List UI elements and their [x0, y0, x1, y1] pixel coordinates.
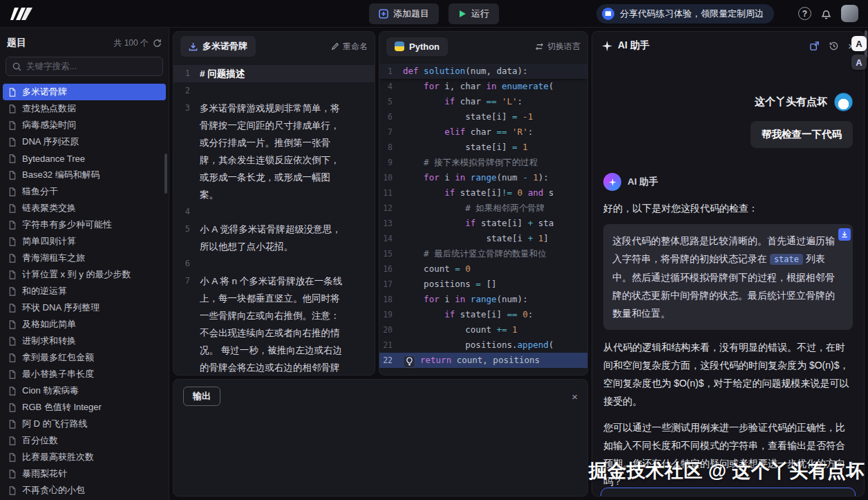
insert-code-icon[interactable] — [838, 228, 851, 241]
doc-line: 6 — [173, 255, 375, 272]
search-input[interactable] — [26, 62, 156, 71]
document-icon — [8, 270, 17, 279]
sidebar-item[interactable]: 计算位置 x 到 y 的最少步数 — [3, 266, 166, 283]
main-area: 题目 共 100 个 多米诺骨牌查找热点数据病毒感染时间DNA 序列还原Byte… — [0, 28, 868, 500]
sidebar-item[interactable]: DNA 序列还原 — [3, 133, 166, 150]
sidebar-item[interactable]: 拿到最多红包金额 — [3, 349, 166, 366]
code-line: 18 for i in range(num): — [379, 292, 587, 307]
code-line: 19 if state[i] == 0: — [379, 307, 587, 322]
user-avatar[interactable] — [841, 5, 858, 22]
sidebar-item[interactable]: Bytedance Tree — [3, 150, 166, 167]
doc-text — [200, 82, 375, 100]
output-panel: 输出 × — [173, 379, 588, 497]
translate-alt-button[interactable]: A — [851, 55, 867, 70]
code-text: if state[i] + sta — [403, 216, 587, 231]
document-icon — [8, 187, 17, 196]
sidebar-item[interactable]: 青海湖租车之旅 — [3, 250, 166, 266]
problem-description[interactable]: 1# 问题描述2 3多米诺骨牌游戏规则非常简单，将骨牌按一定间距的尺寸排成单行，… — [173, 61, 375, 375]
sidebar-item[interactable]: 简单四则计算 — [3, 233, 166, 250]
line-number: 12 — [379, 201, 403, 216]
sidebar-item[interactable]: 及格如此简单 — [3, 316, 166, 333]
line-number: 6 — [173, 255, 200, 272]
doc-line: 5小 A 觉得多米诺骨牌超级没意思，所以他想了点小花招。 — [173, 221, 375, 255]
document-icon — [8, 436, 17, 445]
help-icon[interactable]: ? — [798, 7, 811, 20]
sidebar-item[interactable]: Base32 编码和解码 — [3, 167, 166, 183]
document-icon — [8, 337, 17, 346]
ai-input-box[interactable] — [601, 488, 856, 497]
sidebar-item-label: 病毒感染时间 — [22, 119, 76, 131]
sidebar-item-label: 多米诺骨牌 — [22, 86, 67, 98]
sidebar-item[interactable]: Cion 勒索病毒 — [3, 382, 166, 399]
sidebar-item-label: 进制求和转换 — [22, 335, 76, 347]
line-number: 14 — [379, 231, 403, 246]
sidebar-item-label: 及格如此简单 — [22, 318, 76, 331]
doc-text: 小 A 将 n 个多米诺骨牌放在一条线上，每一块都垂直竖立。他同时将一些骨牌向左… — [200, 272, 375, 375]
document-icon — [8, 304, 17, 313]
sidebar-item[interactable]: 阿 D 的飞行路线 — [3, 416, 166, 432]
sidebar-item[interactable]: 字符串有多少种可能性 — [3, 216, 166, 233]
doc-line: 1# 问题描述 — [173, 65, 375, 82]
language-label: Python — [409, 41, 440, 52]
doc-text — [200, 255, 375, 272]
document-icon — [8, 387, 17, 396]
code-line: 10 for i in range(num - 1): — [379, 170, 587, 185]
ai-name: AI 助手 — [628, 176, 658, 188]
line-number: 1 — [173, 65, 200, 82]
sidebar-scrollbar[interactable] — [164, 154, 167, 194]
rename-button[interactable]: 重命名 — [331, 41, 368, 53]
history-icon[interactable] — [829, 41, 839, 51]
sidebar-item[interactable]: 多米诺骨牌 — [3, 84, 166, 100]
sidebar-item-label: Base32 编码和解码 — [22, 169, 100, 181]
sidebar-item[interactable]: 进制求和转换 — [3, 333, 166, 349]
doc-text: 小 A 觉得多米诺骨牌超级没意思，所以他想了点小花招。 — [200, 221, 375, 255]
sidebar-item[interactable]: 链表聚类交换 — [3, 200, 166, 216]
share-banner-label: 分享代码练习体验，领限量定制周边 — [620, 8, 764, 20]
code-review-quote: 这段代码的整体思路是比较清晰的。首先通过遍历输入字符串，将骨牌的初始状态记录在 … — [603, 224, 853, 330]
share-banner-button[interactable]: 分享代码练习体验，领限量定制周边 — [596, 4, 774, 24]
code-editor[interactable]: 1def solution(num, data):4 for i, char i… — [379, 61, 587, 375]
sidebar-item-label: 计算位置 x 到 y 的最少步数 — [22, 268, 131, 281]
notifications-icon[interactable] — [820, 8, 832, 19]
sidebar-item[interactable]: 和的逆运算 — [3, 283, 166, 299]
book-icon — [602, 8, 614, 20]
document-icon — [8, 204, 17, 213]
code-text: state[i + 1] — [403, 231, 587, 246]
ai-avatar — [603, 173, 621, 191]
sidebar-item[interactable]: 病毒感染时间 — [3, 117, 166, 133]
translate-button[interactable]: A — [851, 36, 867, 51]
sidebar-item-label: 环状 DNA 序列整理 — [22, 302, 100, 314]
output-tab[interactable]: 输出 — [183, 387, 220, 406]
code-text: count = 0 — [403, 261, 587, 277]
sidebar-item[interactable]: 暴雨梨花针 — [3, 465, 166, 482]
refresh-icon[interactable] — [153, 39, 162, 48]
topbar-center: 添加题目 运行 — [369, 3, 499, 24]
sidebar-item[interactable]: 猫鱼分干 — [3, 183, 166, 200]
sidebar-item[interactable]: 不再贪心的小包 — [3, 482, 166, 499]
language-chip[interactable]: Python — [386, 37, 448, 56]
sidebar-item[interactable]: 查找热点数据 — [3, 100, 166, 117]
ai-chat-area[interactable]: 这个丫头有点坏 帮我检查一下代码 AI 助手 好的，以下是对您这段代码的检查： — [592, 59, 864, 496]
juejin-logo-icon[interactable] — [10, 6, 33, 21]
lightbulb-icon[interactable] — [403, 355, 415, 368]
code-text: for i in range(num): — [403, 292, 587, 307]
close-output-icon[interactable]: × — [572, 391, 578, 402]
sidebar-item[interactable]: RGB 色值转 Integer — [3, 399, 166, 416]
inline-code: state — [770, 254, 803, 265]
switch-language-button[interactable]: 切换语言 — [535, 41, 581, 53]
ai-intro-text: 好的，以下是对您这段代码的检查： — [603, 199, 853, 217]
sidebar-item[interactable]: 百分位数 — [3, 432, 166, 449]
document-icon — [8, 420, 17, 429]
search-box[interactable] — [6, 57, 163, 76]
problem-title-chip[interactable]: 多米诺骨牌 — [180, 36, 256, 57]
sidebar-item[interactable]: 比赛最高获胜次数 — [3, 449, 166, 465]
ai-assistant-panel: AI 助手 × 这个丫头有点坏 帮我检查一下代码 — [592, 31, 865, 497]
sidebar-item[interactable]: 环状 DNA 序列整理 — [3, 299, 166, 316]
sidebar-item[interactable]: 最小替换子串长度 — [3, 366, 166, 382]
sidebar-item-label: 青海湖租车之旅 — [22, 252, 85, 264]
sidebar-item-label: 和的逆运算 — [22, 285, 67, 297]
run-button[interactable]: 运行 — [449, 3, 499, 24]
popout-icon[interactable] — [809, 41, 820, 51]
line-number: 7 — [379, 124, 403, 140]
add-problem-button[interactable]: 添加题目 — [369, 3, 439, 24]
